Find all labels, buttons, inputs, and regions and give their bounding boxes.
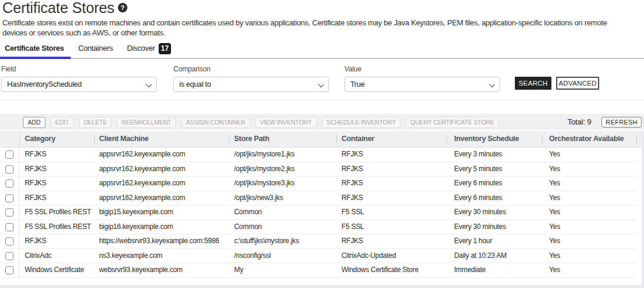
table-row[interactable]: RFJKSappsrvr162.keyexample.com/opt/jks/m… (0, 176, 636, 191)
cell-category: RFJKS (25, 148, 94, 162)
cell-orchestrator-available: Yes (549, 162, 636, 176)
section-divider (0, 100, 644, 100)
cell-orchestrator-available: Yes (549, 220, 636, 234)
cell-orchestrator-available: Yes (549, 263, 636, 277)
column-header-client-machine[interactable]: Client Machine (99, 131, 229, 147)
cell-inventory-schedule: Every 5 minutes (454, 162, 542, 176)
field-select-value: HasInventoryScheduled (7, 80, 81, 89)
column-separator (336, 135, 337, 143)
cell-orchestrator-available: Yes (549, 234, 636, 248)
column-separator (229, 135, 229, 143)
tab-containers[interactable]: Containers (71, 41, 120, 58)
checkbox-cell (0, 191, 19, 205)
advanced-button[interactable]: ADVANCED (556, 77, 599, 90)
table-row[interactable]: RFJKShttps://websrvr93.keyexample.com:59… (0, 234, 636, 249)
row-checkbox[interactable] (5, 194, 14, 202)
cell-inventory-schedule: Every 3 minutes (454, 148, 542, 162)
row-checkbox[interactable] (5, 266, 14, 274)
cell-container: RFJKS (341, 176, 446, 191)
checkbox-cell (0, 176, 19, 191)
table-row[interactable]: CitrixAdcns3.keyexample.com/nsconfig/ssl… (0, 249, 636, 264)
cell-category: F5 SSL Profiles REST (25, 205, 94, 220)
cell-client-machine: ns3.keyexample.com (99, 249, 229, 263)
edit-button: EDIT (51, 117, 74, 128)
cell-container: Windows Certificate Store (341, 263, 446, 277)
checkbox-cell (0, 263, 19, 277)
cell-store-path: /opt/jks/mystore3.jks (234, 176, 336, 191)
toolbar-actions: ADDEDITDELETEREENROLLMENTASSIGN CONTAINE… (23, 114, 504, 128)
column-header-store-path[interactable]: Store Path (234, 131, 336, 147)
cell-category: RFJKS (25, 162, 94, 176)
add-button[interactable]: ADD (23, 117, 45, 128)
cell-category: CitrixAdc (25, 249, 94, 263)
column-header-inventory-schedule[interactable]: Inventory Schedule (454, 131, 542, 147)
filter-group-comparison: Comparison is equal to (173, 65, 329, 92)
row-checkbox[interactable] (5, 165, 14, 174)
cell-store-path: /nsconfig/ssl (234, 249, 336, 263)
row-checkbox[interactable] (5, 252, 14, 260)
cell-inventory-schedule: Every 6 minutes (454, 176, 542, 191)
value-label: Value (344, 65, 500, 74)
reenrollment-button: REENROLLMENT (117, 117, 176, 128)
cell-category: RFJKS (25, 191, 94, 205)
column-header-category[interactable]: Category (25, 131, 94, 147)
tab-label: Containers (78, 44, 113, 53)
tab-certificate-stores[interactable]: Certificate Stores (0, 41, 71, 58)
table-row[interactable]: F5 SSL Profiles RESTbigip15.keyexample.c… (0, 205, 636, 220)
cell-client-machine: bigip16.keyexample.com (99, 220, 229, 234)
cell-orchestrator-available: Yes (549, 205, 636, 220)
tab-label: Certificate Stores (5, 44, 64, 53)
row-checkbox[interactable] (5, 150, 14, 159)
table-row[interactable]: Windows Certificatewebsrvr93.keyexample.… (0, 263, 636, 278)
cell-orchestrator-available: Yes (549, 148, 636, 162)
value-select[interactable]: True (344, 77, 500, 92)
field-select[interactable]: HasInventoryScheduled (1, 77, 157, 92)
cell-inventory-schedule: Every 1 hour (454, 234, 542, 248)
chevron-down-icon (489, 81, 495, 87)
toolbar-right: Total: 9 REFRESH (567, 114, 642, 130)
row-checkbox[interactable] (5, 237, 14, 246)
row-checkbox[interactable] (5, 179, 14, 188)
row-checkbox[interactable] (5, 208, 14, 217)
cell-store-path: My (234, 263, 336, 277)
cell-inventory-schedule: Daily at 10:23 AM (454, 249, 542, 263)
cell-container: RFJKS (341, 191, 446, 205)
delete-button: DELETE (79, 117, 112, 128)
view-inventory-button: VIEW INVENTORY (255, 117, 317, 128)
checkbox-cell (0, 148, 19, 162)
vertical-scrollbar[interactable] (642, 131, 644, 285)
checkbox-column-separator (19, 131, 20, 148)
checkbox-cell (0, 234, 19, 248)
cell-category: F5 SSL Profiles REST (25, 220, 94, 234)
schedule-inventory-button: SCHEDULE INVENTORY (322, 117, 400, 128)
page-title: Certificate Stores (2, 0, 114, 17)
cell-store-path: Common (234, 220, 336, 234)
cell-container: F5 SSL (341, 205, 446, 220)
column-header-orchestrator-available[interactable]: Orchestrator Available (549, 131, 636, 147)
table-row[interactable]: F5 SSL Profiles RESTbigip16.keyexample.c… (0, 220, 636, 235)
grid-header: CategoryClient MachineStore PathContaine… (0, 131, 644, 148)
comparison-select[interactable]: is equal to (173, 77, 329, 92)
column-separator (94, 135, 95, 143)
checkbox-cell (0, 205, 19, 220)
cell-container: RFJKS (341, 162, 446, 176)
cell-orchestrator-available: Yes (549, 176, 636, 191)
cell-client-machine: bigip15.keyexample.com (99, 205, 229, 220)
refresh-button[interactable]: REFRESH (602, 117, 642, 127)
tab-bar: Certificate StoresContainersDiscover17 (0, 41, 644, 59)
table-row[interactable]: RFJKSappsrvr162.keyexample.com/opt/jks/m… (0, 162, 636, 177)
help-icon[interactable]: ? (118, 3, 127, 12)
assign-container-button: ASSIGN CONTAINER (181, 117, 249, 128)
cell-client-machine: https://websrvr93.keyexample.com:5986 (99, 234, 229, 248)
column-separator (542, 135, 543, 143)
search-button[interactable]: SEARCH (515, 77, 551, 90)
certificate-stores-page: Certificate Stores? Certificate stores e… (0, 0, 644, 288)
column-header-container[interactable]: Container (341, 131, 446, 147)
table-row[interactable]: RFJKSappsrvr162.keyexample.com/opt/jks/m… (0, 148, 636, 162)
table-row[interactable]: RFJKSappsrvr162.keyexample.com/opt/jks/n… (0, 191, 636, 206)
cell-store-path: c:\stuff\jks\mystore.jks (234, 234, 336, 248)
cell-container: CitrixAdc-Updated (341, 249, 446, 263)
tab-discover[interactable]: Discover17 (120, 41, 178, 58)
cell-orchestrator-available: Yes (549, 191, 636, 205)
row-checkbox[interactable] (5, 223, 14, 231)
